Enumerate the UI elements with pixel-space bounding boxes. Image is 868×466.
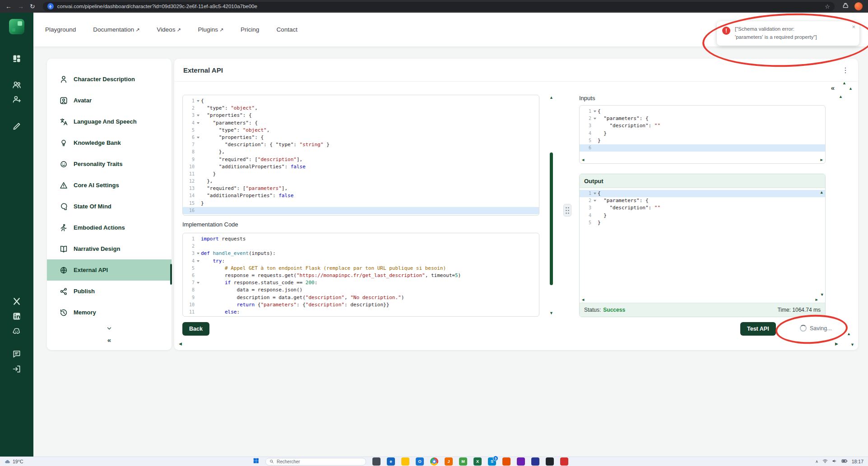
forward-icon[interactable]: →	[18, 3, 24, 9]
scroll-down-arrow[interactable]: ▼	[821, 293, 823, 297]
skype-icon[interactable]: S5	[488, 457, 496, 466]
sidebar-item-avatar[interactable]: Avatar	[47, 90, 172, 111]
x-twitter-icon[interactable]	[12, 297, 21, 306]
vertical-scrollbar-thumb[interactable]	[550, 152, 553, 285]
rail-users-icon[interactable]	[12, 80, 21, 89]
scroll-down-arrow[interactable]: ▼	[850, 343, 854, 347]
scroll-right-arrow[interactable]: ▶	[821, 158, 823, 162]
fold-chevron-icon[interactable]	[195, 97, 201, 105]
messages-icon[interactable]: M	[459, 457, 467, 466]
scroll-up-arrow[interactable]: ▲	[847, 332, 851, 336]
terminal-icon[interactable]	[546, 457, 554, 466]
chrome-icon[interactable]	[430, 457, 438, 466]
sidebar-item-language-and-speech[interactable]: Language And Speech	[47, 111, 172, 132]
scroll-right-arrow[interactable]: ▶	[835, 342, 838, 346]
code-line: 2 "type": "object",	[183, 105, 539, 112]
excel-icon[interactable]: X	[473, 457, 482, 466]
close-icon[interactable]: ×	[852, 23, 855, 30]
fold-chevron-icon[interactable]	[592, 190, 598, 197]
sidebar-item-memory[interactable]: Memory	[47, 302, 172, 323]
nav-playground[interactable]: Playground	[45, 26, 76, 33]
inputs-editor[interactable]: ◀ ▶ 1{2 "parameters": {3 "description": …	[579, 105, 826, 164]
panel-resize-handle[interactable]	[563, 204, 571, 217]
output-editor[interactable]: ▲ ▼ ◀ ▶ 1{2 "parameters": {3 "descriptio…	[580, 188, 825, 303]
panel-collapse-icon[interactable]: «	[831, 84, 835, 92]
bookmark-star-icon[interactable]: ☆	[825, 3, 830, 10]
implementation-code-editor[interactable]: 1import requests23def handle_event(input…	[182, 233, 539, 317]
scroll-left-arrow[interactable]: ◀	[179, 342, 182, 346]
sidebar-item-publish[interactable]: Publish	[47, 281, 172, 302]
app-purple-icon[interactable]	[517, 457, 525, 466]
feedback-chat-icon[interactable]	[12, 350, 21, 359]
back-button[interactable]: Back	[182, 322, 209, 336]
profile-avatar[interactable]	[854, 2, 863, 10]
fold-chevron-icon[interactable]	[592, 108, 598, 115]
sidebar-item-personality-traits[interactable]: Personality Traits	[47, 153, 172, 175]
rail-dashboard-icon[interactable]	[12, 54, 21, 63]
battery-icon[interactable]	[841, 457, 848, 466]
fold-chevron-icon[interactable]	[195, 112, 201, 119]
firefox-icon[interactable]	[502, 457, 511, 466]
rail-user-add-icon[interactable]	[12, 95, 21, 104]
scroll-up-arrow[interactable]: ▲	[821, 190, 823, 194]
sidebar-item-narrative-design[interactable]: Narrative Design	[47, 238, 172, 259]
nav-plugins[interactable]: Plugins↗	[198, 26, 224, 33]
nav-videos[interactable]: Videos↗	[157, 26, 181, 33]
sidebar-item-embodied-actions[interactable]: Embodied Actions	[47, 217, 172, 238]
fold-chevron-icon[interactable]	[195, 250, 201, 257]
sidebar-item-character-description[interactable]: Character Description	[47, 69, 172, 90]
logout-icon[interactable]	[12, 364, 21, 374]
nav-pricing[interactable]: Pricing	[241, 26, 259, 33]
reload-icon[interactable]: ↻	[30, 3, 35, 9]
fold-chevron-icon[interactable]	[195, 279, 201, 286]
edge-icon[interactable]: e	[387, 457, 395, 466]
schema-editor[interactable]: 1{2 "type": "object",3 "properties": {4 …	[182, 95, 539, 216]
sidebar-collapse-icon[interactable]: «	[107, 336, 111, 344]
kebab-menu-icon[interactable]: ⋮	[842, 66, 849, 74]
profile-app-icon[interactable]: J	[445, 457, 453, 466]
fold-chevron-icon[interactable]	[195, 120, 201, 127]
taskbar-search[interactable]: Rechercher	[265, 458, 366, 466]
media-player-icon[interactable]	[531, 457, 539, 466]
fold-chevron-icon[interactable]	[195, 258, 201, 265]
start-button-icon[interactable]	[253, 457, 259, 466]
mic-permission-icon[interactable]	[47, 3, 54, 9]
sidebar-item-external-api[interactable]: External API	[47, 259, 172, 281]
sidebar-item-core-ai-settings[interactable]: Core AI Settings	[47, 175, 172, 196]
scroll-up-arrow[interactable]: ▲	[549, 96, 553, 100]
speaker-icon[interactable]	[832, 457, 837, 466]
weather-widget[interactable]: 19°C	[5, 457, 23, 466]
rail-edit-pencil-icon[interactable]	[12, 122, 21, 131]
scroll-left-arrow[interactable]: ◀	[582, 298, 584, 302]
scroll-down-arrow[interactable]: ▼	[549, 311, 553, 315]
linkedin-icon[interactable]	[12, 312, 21, 321]
clock[interactable]: 18:17	[852, 459, 863, 464]
outlook-icon[interactable]: O	[416, 457, 424, 466]
back-icon[interactable]: ←	[5, 3, 12, 9]
fold-chevron-icon[interactable]	[592, 115, 598, 122]
fold-chevron-icon[interactable]	[592, 197, 598, 204]
url-text[interactable]: convai.com/pipeline/dashboard/character?…	[57, 4, 822, 9]
widgets-icon[interactable]	[372, 457, 381, 466]
nav-contact[interactable]: Contact	[276, 26, 297, 33]
sidebar-scrollbar-thumb[interactable]	[170, 264, 172, 285]
wifi-icon[interactable]	[822, 457, 828, 466]
sidebar-item-state-of-mind[interactable]: State Of Mind	[47, 196, 172, 217]
tray-chevron-up-icon[interactable]: ∧	[815, 459, 818, 464]
sidebar-item-knowledge-bank[interactable]: Knowledge Bank	[47, 132, 172, 153]
nav-documentation[interactable]: Documentation↗	[93, 26, 139, 33]
discord-icon[interactable]	[12, 327, 21, 336]
test-api-button[interactable]: Test API	[740, 322, 776, 336]
file-explorer-icon[interactable]	[401, 457, 409, 466]
chevron-down-icon[interactable]	[106, 325, 112, 333]
scroll-left-arrow[interactable]: ◀	[582, 158, 584, 162]
app-red-icon[interactable]	[560, 457, 568, 466]
address-bar[interactable]: convai.com/pipeline/dashboard/character?…	[43, 2, 835, 11]
scroll-up-arrow[interactable]: ▲	[849, 87, 853, 91]
fold-chevron-icon[interactable]	[195, 134, 201, 141]
scroll-up-arrow[interactable]: ▲	[839, 95, 843, 99]
scroll-up-arrow[interactable]: ▲	[842, 81, 846, 85]
convai-logo[interactable]	[9, 19, 24, 34]
scroll-right-arrow[interactable]: ▶	[816, 298, 818, 302]
extensions-puzzle-icon[interactable]	[842, 2, 849, 10]
